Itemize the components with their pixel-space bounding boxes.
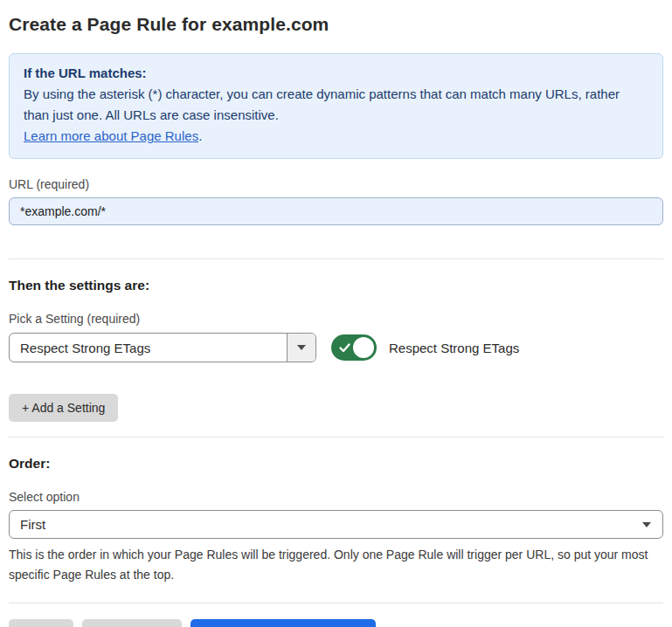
save-draft-button[interactable]: Save as Draft bbox=[82, 619, 183, 627]
info-box-body: By using the asterisk (*) character, you… bbox=[24, 84, 648, 126]
toggle-knob bbox=[353, 337, 374, 358]
respect-strong-etags-toggle[interactable] bbox=[331, 334, 377, 361]
url-input[interactable] bbox=[9, 197, 663, 225]
divider bbox=[9, 437, 663, 438]
form-actions: Cancel Save as Draft Save and Deploy Pag… bbox=[9, 619, 663, 627]
url-match-info-box: If the URL matches: By using the asteris… bbox=[9, 53, 663, 159]
order-select-value: First bbox=[10, 517, 45, 532]
setting-row: Respect Strong ETags Respect Strong ETag… bbox=[9, 333, 663, 362]
settings-section-heading: Then the settings are: bbox=[9, 278, 663, 293]
order-help-text: This is the order in which your Page Rul… bbox=[9, 545, 663, 585]
url-field-label: URL (required) bbox=[9, 177, 663, 191]
save-deploy-button[interactable]: Save and Deploy Page Rule bbox=[191, 619, 376, 627]
add-setting-button[interactable]: + Add a Setting bbox=[9, 394, 118, 422]
learn-more-link[interactable]: Learn more about Page Rules bbox=[24, 128, 198, 143]
setting-select-arrow-button[interactable] bbox=[287, 334, 315, 362]
create-page-rule-form: Create a Page Rule for example.com If th… bbox=[0, 0, 672, 627]
link-suffix: . bbox=[198, 128, 202, 143]
toggle-group: Respect Strong ETags bbox=[331, 334, 519, 361]
chevron-down-icon bbox=[642, 522, 651, 527]
order-select[interactable]: First bbox=[9, 510, 663, 539]
chevron-down-icon bbox=[297, 345, 306, 350]
pick-setting-label: Pick a Setting (required) bbox=[9, 312, 663, 326]
divider bbox=[9, 258, 663, 259]
page-title: Create a Page Rule for example.com bbox=[9, 14, 663, 35]
check-icon bbox=[338, 341, 351, 355]
order-section-heading: Order: bbox=[9, 456, 663, 472]
order-select-label: Select option bbox=[9, 490, 663, 504]
setting-select[interactable]: Respect Strong ETags bbox=[9, 333, 316, 362]
toggle-label: Respect Strong ETags bbox=[389, 341, 519, 355]
setting-select-value: Respect Strong ETags bbox=[10, 341, 287, 355]
info-box-heading: If the URL matches: bbox=[24, 63, 648, 84]
divider bbox=[9, 603, 663, 603]
cancel-button[interactable]: Cancel bbox=[9, 619, 73, 627]
info-box-link-line: Learn more about Page Rules. bbox=[24, 126, 648, 147]
